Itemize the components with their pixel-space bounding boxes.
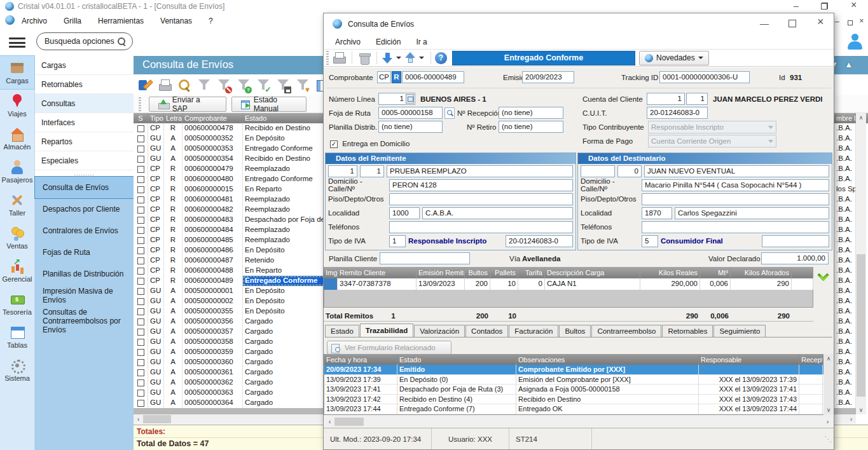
destinatario-piso-field[interactable] bbox=[642, 193, 829, 205]
scroll-right-icon[interactable]: › bbox=[823, 417, 832, 426]
nav-item[interactable]: Contralores de Envíos bbox=[35, 220, 134, 242]
row-checkbox[interactable] bbox=[137, 329, 144, 336]
menu-archivo[interactable]: Archivo bbox=[22, 17, 47, 25]
search-grid-icon[interactable] bbox=[177, 78, 192, 93]
trace-vertical-scrollbar[interactable]: ∧ ∨ bbox=[823, 354, 834, 414]
tab[interactable]: Valorización bbox=[414, 325, 465, 337]
previous-record-dropdown-icon[interactable] bbox=[396, 57, 401, 59]
remitente-iva-cod-field[interactable]: 1 bbox=[389, 235, 406, 247]
forma-pago-select[interactable]: Cuenta Corriente Origen bbox=[648, 135, 776, 147]
next-record-icon[interactable] bbox=[404, 51, 417, 65]
row-checkbox[interactable] bbox=[137, 288, 144, 295]
nav-group[interactable]: Interfaces bbox=[35, 113, 134, 132]
rail-item[interactable]: Tablas bbox=[0, 320, 34, 353]
nav-item[interactable]: Planillas de Distribución bbox=[35, 263, 134, 285]
row-checkbox[interactable] bbox=[137, 186, 144, 193]
clear-filter-icon[interactable] bbox=[216, 78, 231, 93]
remitente-telefonos-field[interactable] bbox=[389, 221, 573, 233]
nav-group[interactable]: Especiales bbox=[35, 151, 134, 170]
rail-item[interactable]: Gerencial bbox=[0, 254, 34, 287]
menu-herramientas[interactable]: Herramientas bbox=[98, 17, 144, 25]
row-checkbox[interactable] bbox=[137, 156, 144, 163]
main-minimize-button[interactable]: – bbox=[794, 1, 799, 10]
row-checkbox[interactable] bbox=[137, 308, 144, 315]
help-icon[interactable]: ? bbox=[435, 52, 447, 64]
remito-row[interactable]: 3347-07387378 13/09/2023 200 10 0 CAJA N… bbox=[324, 278, 813, 290]
row-checkbox[interactable] bbox=[137, 217, 144, 224]
nav-item[interactable]: Despachos por Cliente bbox=[35, 198, 134, 220]
recepcion-field[interactable]: (no tiene) bbox=[499, 107, 563, 119]
numero-linea-lookup-icon[interactable] bbox=[406, 94, 414, 104]
mdi-close-button[interactable]: × bbox=[859, 17, 864, 25]
cuenta2-field[interactable]: 1 bbox=[686, 93, 708, 105]
delete-icon[interactable] bbox=[356, 50, 373, 65]
destinatario-iva-cuit-field[interactable] bbox=[762, 235, 829, 247]
tab[interactable]: Trazabilidad bbox=[360, 324, 413, 337]
mdi-restore-button[interactable] bbox=[848, 18, 853, 27]
scroll-left-icon[interactable]: ‹ bbox=[134, 414, 143, 424]
row-checkbox[interactable] bbox=[137, 207, 144, 214]
menu-ventanas[interactable]: Ventanas bbox=[160, 17, 192, 25]
tab[interactable]: Contados bbox=[465, 325, 508, 337]
rail-item[interactable]: Cargas bbox=[0, 56, 34, 89]
trace-row[interactable]: 13/09/2023 17:42 Recibido en Destino (4)… bbox=[324, 395, 823, 405]
nav-item[interactable]: Impresión Masiva de Envíos bbox=[35, 285, 134, 306]
trace-row[interactable]: 13/09/2023 17:39 En Depósito (0) Emisión… bbox=[324, 375, 823, 385]
remitente-cod2-field[interactable]: 1 bbox=[360, 165, 384, 177]
save-filter-icon[interactable] bbox=[275, 78, 291, 93]
estado-manual-button[interactable]: Estado Manual bbox=[231, 97, 307, 112]
planilla-cliente-field[interactable] bbox=[380, 252, 470, 264]
previous-record-icon[interactable] bbox=[381, 51, 394, 65]
scroll-down-icon[interactable]: ∨ bbox=[856, 406, 866, 414]
remitos-grid-header[interactable]: Img Remito Cliente Emisión Remito Bultos… bbox=[324, 267, 813, 278]
menu-grilla[interactable]: Grilla bbox=[64, 17, 81, 25]
tipo-contribuyente-select[interactable]: Responsable Inscripto bbox=[648, 121, 776, 133]
row-checkbox[interactable] bbox=[137, 379, 144, 386]
row-checkbox[interactable] bbox=[137, 369, 144, 376]
nav-item[interactable]: Fojas de Ruta bbox=[35, 242, 134, 263]
numero-linea-field[interactable]: 1 bbox=[378, 93, 415, 105]
nav-group[interactable]: Cargas bbox=[35, 56, 134, 75]
cuenta1-field[interactable]: 1 bbox=[647, 93, 685, 105]
filter-icon[interactable] bbox=[196, 78, 212, 93]
ver-formulario-button[interactable]: Ver Formulario Relacionado bbox=[327, 341, 451, 355]
tab[interactable]: Facturación bbox=[509, 325, 558, 337]
foja-lookup-icon[interactable] bbox=[444, 107, 455, 119]
comprobante-numero-field[interactable]: 0006-00000489 bbox=[402, 71, 464, 83]
remitente-localidad-field[interactable]: C.A.B.A. bbox=[422, 207, 573, 219]
trace-row[interactable]: 13/09/2023 17:44 Entregado Conforme (7) … bbox=[324, 404, 823, 414]
nav-group[interactable]: Repartos bbox=[35, 132, 134, 151]
dialog-menu-archivo[interactable]: Archivo bbox=[335, 38, 361, 46]
destinatario-nombre-field[interactable]: JUAN NUEVO EVENTUAL bbox=[644, 165, 829, 177]
scroll-right-icon[interactable]: › bbox=[846, 414, 856, 424]
remitente-iva-cuit-field[interactable]: 20-01246083-0 bbox=[506, 235, 573, 247]
hamburger-menu-icon[interactable] bbox=[9, 38, 25, 48]
trace-grid-header[interactable]: Fecha y hora Estado Observaciones Respon… bbox=[324, 355, 823, 365]
destinatario-cod2-field[interactable]: 0 bbox=[617, 165, 642, 177]
trace-row[interactable]: 13/09/2023 17:41 Despachado por Foja de … bbox=[324, 385, 823, 395]
nav-item[interactable]: Consultas de Contrarreembolsos por Envío… bbox=[35, 306, 134, 336]
row-checkbox[interactable] bbox=[137, 318, 144, 325]
nav-group[interactable]: Consultas bbox=[35, 94, 134, 113]
retiro-field[interactable]: (no tiene) bbox=[499, 121, 563, 133]
row-checkbox[interactable] bbox=[137, 390, 144, 397]
scrollbar-thumb[interactable] bbox=[334, 418, 364, 426]
comprobante-tipo-field[interactable]: CP bbox=[377, 71, 391, 83]
main-close-button[interactable]: × bbox=[851, 1, 857, 10]
cuit-field[interactable]: 20-01246083-0 bbox=[647, 107, 708, 119]
tab[interactable]: Bultos bbox=[559, 325, 591, 337]
dialog-maximize-button[interactable] bbox=[789, 20, 796, 29]
remitente-piso-field[interactable] bbox=[389, 193, 573, 205]
print-icon[interactable] bbox=[157, 78, 172, 93]
remitente-cod1-field[interactable]: 1 bbox=[328, 165, 357, 177]
row-checkbox[interactable] bbox=[137, 227, 144, 234]
valor-declarado-field[interactable]: 1.000,00 bbox=[761, 252, 829, 264]
row-checkbox[interactable] bbox=[137, 349, 144, 356]
sort-arrows-icon[interactable]: ▼▲ bbox=[830, 60, 859, 69]
row-checkbox[interactable] bbox=[137, 359, 144, 366]
dialog-menu-ira[interactable]: Ir a bbox=[416, 38, 427, 46]
planilla-distrib-field[interactable]: (no tiene) bbox=[378, 121, 443, 133]
scroll-up-icon[interactable]: ∧ bbox=[856, 113, 866, 122]
dialog-menu-edicion[interactable]: Edición bbox=[376, 38, 401, 46]
row-checkbox[interactable] bbox=[137, 125, 144, 132]
